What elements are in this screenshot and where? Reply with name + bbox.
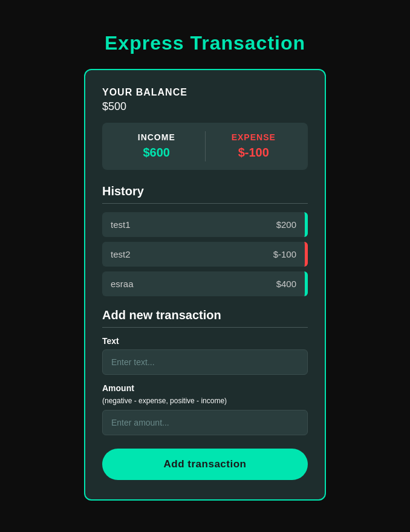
main-card: YOUR BALANCE $500 INCOME $600 EXPENSE $-… bbox=[84, 69, 326, 501]
income-value: $600 bbox=[143, 146, 171, 160]
amount-input[interactable] bbox=[102, 410, 308, 435]
transaction-amount: $400 bbox=[276, 279, 296, 289]
amount-sublabel: (negative - expense, positive - income) bbox=[102, 397, 308, 405]
history-title: History bbox=[102, 184, 308, 198]
balance-label: YOUR BALANCE bbox=[102, 87, 308, 98]
transaction-amount: $-100 bbox=[273, 249, 296, 259]
expense-block: EXPENSE $-100 bbox=[206, 132, 302, 160]
income-block: INCOME $600 bbox=[108, 132, 205, 160]
app-title: Express Transaction bbox=[105, 32, 305, 54]
history-section: History test1$200test2$-100esraa$400 bbox=[102, 184, 308, 296]
transaction-name: test2 bbox=[111, 249, 131, 259]
text-input[interactable] bbox=[102, 349, 308, 375]
add-transaction-button[interactable]: Add transaction bbox=[102, 449, 308, 480]
transaction-list: test1$200test2$-100esraa$400 bbox=[102, 212, 308, 296]
transaction-amount: $200 bbox=[276, 219, 296, 230]
add-section-title: Add new transaction bbox=[102, 308, 308, 322]
income-expense-box: INCOME $600 EXPENSE $-100 bbox=[102, 123, 308, 170]
income-label: INCOME bbox=[138, 132, 175, 142]
text-field-label: Text bbox=[102, 336, 308, 346]
amount-field-label: Amount bbox=[102, 383, 308, 393]
app-container: Express Transaction YOUR BALANCE $500 IN… bbox=[0, 20, 410, 513]
transaction-item: test2$-100 bbox=[102, 242, 308, 267]
history-divider bbox=[102, 203, 308, 204]
transaction-name: test1 bbox=[111, 219, 131, 230]
add-transaction-section: Add new transaction Text Amount (negativ… bbox=[102, 308, 308, 480]
add-divider bbox=[102, 327, 308, 328]
balance-amount: $500 bbox=[102, 100, 308, 113]
transaction-name: esraa bbox=[111, 279, 134, 289]
expense-value: $-100 bbox=[238, 146, 269, 160]
expense-label: EXPENSE bbox=[232, 132, 276, 142]
transaction-item: test1$200 bbox=[102, 212, 308, 237]
balance-section: YOUR BALANCE $500 INCOME $600 EXPENSE $-… bbox=[102, 87, 308, 170]
transaction-item: esraa$400 bbox=[102, 271, 308, 296]
